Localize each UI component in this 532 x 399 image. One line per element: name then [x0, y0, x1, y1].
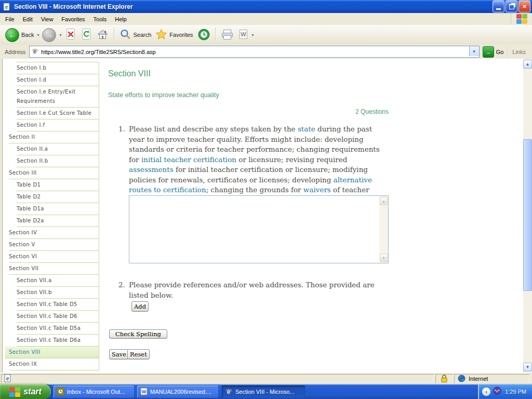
- history-button[interactable]: [195, 27, 212, 43]
- menu-item-help[interactable]: Help: [111, 14, 131, 24]
- sidebar-item-section-iv[interactable]: Section IV: [9, 227, 99, 239]
- sidebar-item-section-viii[interactable]: Section VIII: [5, 347, 99, 358]
- sidebar-item-section-v[interactable]: Section V: [9, 239, 99, 251]
- answer-textarea[interactable]: ▲ ▼: [129, 195, 389, 263]
- favorites-button[interactable]: Favorites: [153, 28, 195, 42]
- taskbar-task-section-viii-microso[interactable]: eSection VIII - Microso...: [222, 385, 305, 398]
- ie-icon: e: [225, 388, 233, 396]
- address-label: Address: [1, 49, 29, 55]
- sidebar-item-section-ii-a[interactable]: Section II.a: [17, 143, 99, 155]
- link-waivers[interactable]: waivers: [303, 185, 331, 194]
- tray-chevron-icon[interactable]: ‹: [482, 388, 490, 396]
- sidebar-item-table-d1a[interactable]: Table D1a: [17, 203, 99, 215]
- windows-flag-icon: [516, 14, 527, 24]
- sidebar-item-section-vii-b[interactable]: Section VII.b: [17, 287, 99, 299]
- taskbar-task-inbox-microsoft-out[interactable]: Inbox - Microsoft Out...: [54, 385, 134, 398]
- link-state[interactable]: state: [298, 125, 315, 133]
- sidebar-item-section-ix[interactable]: Section IX: [9, 358, 99, 370]
- search-label: Search: [134, 32, 152, 38]
- sidebar-nav: Section I.bSection I.dSection I.e Entry/…: [5, 62, 99, 370]
- sidebar-item-table-d1[interactable]: Table D1: [17, 179, 99, 191]
- minimize-button[interactable]: [493, 1, 504, 12]
- link-assessments[interactable]: assessments: [129, 165, 174, 174]
- svg-text:W: W: [142, 389, 147, 394]
- forward-button[interactable]: →: [40, 27, 58, 43]
- sidebar-item-section-i-d[interactable]: Section I.d: [17, 74, 99, 86]
- sidebar-item-section-vii[interactable]: Section VII: [9, 263, 99, 275]
- sidebar-item-section-i-e-entry-exit-requirements[interactable]: Section I.e Entry/Exit Requirements: [17, 86, 99, 108]
- security-panel: [435, 374, 453, 383]
- menu-item-tools[interactable]: Tools: [89, 14, 111, 24]
- refresh-button[interactable]: [78, 26, 94, 43]
- print-icon: [221, 29, 234, 42]
- menu-item-edit[interactable]: Edit: [19, 14, 37, 24]
- back-button[interactable]: ← Back: [3, 27, 36, 43]
- address-input[interactable]: e https://www.title2.org/Title2SRS/Secti…: [29, 46, 479, 58]
- print-button[interactable]: [219, 28, 236, 43]
- question-2-text: Please provide references and/or web add…: [129, 280, 389, 300]
- history-icon: [197, 28, 210, 42]
- title-bar: e Section VIII - Microsoft Internet Expl…: [0, 0, 532, 13]
- page-scrollbar[interactable]: ▲ ▼: [523, 59, 532, 373]
- save-button[interactable]: Save: [109, 349, 129, 360]
- question-count: 2 Questions: [108, 108, 389, 115]
- sidebar-item-section-i-b[interactable]: Section I.b: [17, 62, 99, 74]
- sidebar-item-section-vii-c-table-d5[interactable]: Section VII.c Table D5: [17, 299, 99, 311]
- sidebar-item-section-i-f[interactable]: Section I.f: [17, 119, 99, 131]
- sidebar-item-section-vi[interactable]: Section VI: [9, 251, 99, 263]
- link-initial-teacher-certification[interactable]: initial teacher certification: [141, 155, 236, 164]
- edit-with-word-button[interactable]: W: [236, 28, 251, 42]
- close-button[interactable]: ✕: [518, 1, 530, 12]
- sidebar-item-section-iii[interactable]: Section III: [9, 167, 99, 179]
- start-button[interactable]: start: [0, 384, 51, 399]
- textarea-scroll-up-icon[interactable]: ▲: [380, 197, 388, 205]
- window-frame-edge: [0, 59, 3, 373]
- scroll-down-icon[interactable]: ▼: [523, 363, 532, 371]
- menu-item-view[interactable]: View: [37, 14, 58, 24]
- word-icon: W: [238, 29, 249, 41]
- sidebar-item-section-ii[interactable]: Section II: [9, 131, 99, 143]
- tray-clock: 1:29 PM: [505, 389, 526, 395]
- scroll-up-icon[interactable]: ▲: [523, 60, 532, 69]
- page-title: Section VIII: [108, 69, 151, 78]
- home-button[interactable]: [94, 27, 111, 43]
- sidebar-item-section-vii-a[interactable]: Section VII.a: [17, 275, 99, 287]
- address-dropdown-icon[interactable]: ▾: [469, 46, 479, 56]
- textarea-scroll-down-icon[interactable]: ▼: [380, 254, 388, 262]
- network-activity-icon[interactable]: [493, 387, 501, 397]
- links-toolbar[interactable]: Links: [507, 46, 531, 58]
- sidebar-item-section-i-e-cut-score-table[interactable]: Section I.e Cut Score Table: [17, 108, 99, 119]
- restore-button[interactable]: [506, 1, 517, 12]
- forward-dropdown-icon[interactable]: ▾: [58, 33, 62, 37]
- taskbar-task-manual2006revised[interactable]: WMANUAL2006revised....: [137, 385, 218, 398]
- page-content: Section I.bSection I.dSection I.e Entry/…: [0, 59, 532, 373]
- stop-button[interactable]: [63, 26, 78, 43]
- lock-icon: [441, 374, 448, 384]
- refresh-icon: [81, 28, 92, 42]
- sidebar-item-section-vii-c-table-d6[interactable]: Section VII.c Table D6: [17, 311, 99, 323]
- scrollbar-thumb[interactable]: [523, 139, 532, 291]
- task-label: Inbox - Microsoft Out...: [67, 389, 125, 395]
- add-button[interactable]: Add: [131, 301, 149, 312]
- ie-page-icon: e: [3, 3, 11, 11]
- back-dropdown-icon[interactable]: ▾: [36, 33, 40, 37]
- sidebar-item-section-vii-c-table-d5a[interactable]: Section VII.c Table D5a: [17, 323, 99, 335]
- menu-item-file[interactable]: File: [1, 14, 19, 24]
- check-spelling-button[interactable]: Check Spelling: [109, 329, 167, 339]
- toolbar-separator: [114, 28, 115, 42]
- word-dropdown-icon[interactable]: ▾: [251, 33, 255, 37]
- go-button[interactable]: → Go: [483, 46, 504, 58]
- search-button[interactable]: Search: [117, 28, 154, 43]
- sidebar-item-table-d2[interactable]: Table D2: [17, 191, 99, 203]
- reset-button[interactable]: Reset: [127, 349, 150, 360]
- taskbar: start Inbox - Microsoft Out...WMANUAL200…: [0, 384, 532, 399]
- sidebar-item-section-ii-b[interactable]: Section II.b: [17, 155, 99, 167]
- address-bar: Address e https://www.title2.org/Title2S…: [0, 45, 532, 59]
- sidebar-item-section-vii-c-table-d6a[interactable]: Section VII.c Table D6a: [17, 335, 99, 347]
- textarea-scrollbar[interactable]: ▲ ▼: [379, 196, 388, 263]
- forward-icon: →: [42, 28, 56, 42]
- question-1: 1. Please list and describe any steps ta…: [108, 124, 389, 205]
- sidebar-item-table-d2a[interactable]: Table D2a: [17, 215, 99, 227]
- menu-item-favorites[interactable]: Favorites: [57, 14, 89, 24]
- internet-zone-panel: Internet: [454, 374, 530, 383]
